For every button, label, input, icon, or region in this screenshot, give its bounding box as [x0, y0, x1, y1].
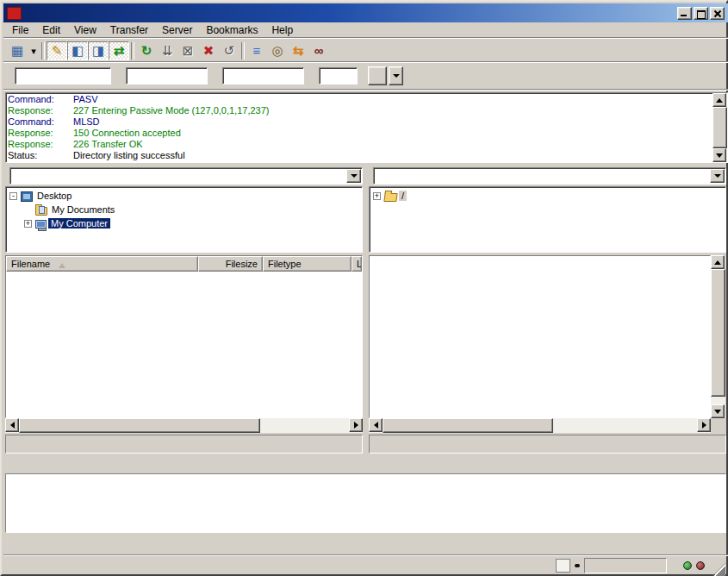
find-files-button[interactable]: [308, 41, 329, 60]
tree-expander-icon[interactable]: -: [9, 192, 17, 200]
disconnect-button[interactable]: [198, 41, 219, 60]
menu-file[interactable]: File: [5, 22, 35, 38]
toolbar-separator[interactable]: [40, 41, 47, 60]
disconnect-icon: [203, 44, 215, 57]
scrollbar-track[interactable]: [553, 418, 697, 433]
menu-view[interactable]: View: [67, 22, 103, 38]
tree-item-my-computer[interactable]: + My Computer: [6, 216, 362, 230]
data-type-indicator-icon[interactable]: [556, 559, 570, 573]
filter-button[interactable]: [246, 41, 267, 60]
column-header[interactable]: Filetype: [263, 256, 352, 272]
menu-server[interactable]: Server: [155, 22, 199, 38]
scroll-right-icon[interactable]: [349, 418, 363, 432]
toggle-local-tree-button[interactable]: [67, 41, 88, 60]
log-entry: Command:MLSD: [8, 116, 711, 128]
menu-bookmarks[interactable]: Bookmarks: [199, 22, 264, 38]
quickconnect-button[interactable]: [368, 66, 387, 85]
process-queue-icon: [162, 44, 173, 57]
close-button[interactable]: [710, 7, 725, 20]
tree-item-label: /: [399, 191, 407, 201]
local-list-hscrollbar[interactable]: [5, 418, 363, 433]
menu-transfer[interactable]: Transfer: [103, 22, 155, 38]
remote-list-scrollbar[interactable]: [711, 255, 725, 418]
tree-item-my-documents[interactable]: My Documents: [6, 203, 362, 216]
documents-folder-icon: [35, 207, 47, 216]
scrollbar-thumb[interactable]: [711, 269, 725, 397]
local-tree-icon: [72, 44, 84, 57]
scroll-up-icon[interactable]: [711, 255, 725, 269]
toggle-message-log-button[interactable]: [47, 41, 67, 60]
scrollbar-track[interactable]: [260, 418, 349, 433]
minimize-button[interactable]: [677, 7, 692, 20]
scroll-down-icon[interactable]: [712, 148, 726, 162]
reconnect-button[interactable]: [219, 41, 240, 60]
scroll-left-icon[interactable]: [5, 418, 19, 432]
scrollbar-thumb[interactable]: [19, 418, 260, 433]
compare-icon: [271, 44, 283, 57]
menu-help[interactable]: Help: [264, 22, 300, 38]
column-header[interactable]: Filename: [6, 256, 198, 272]
local-file-list: FilenameFilesizeFiletypeL: [5, 255, 363, 418]
username-input[interactable]: [126, 67, 208, 85]
chevron-down-icon: [714, 174, 721, 181]
scrollbar-track[interactable]: [711, 397, 725, 404]
log-entry: Response:150 Connection accepted: [8, 128, 711, 139]
log-entry: Status:Directory listing successful: [8, 150, 711, 161]
menu-edit[interactable]: Edit: [35, 22, 67, 38]
dropdown-arrow-icon: [31, 43, 36, 58]
cancel-icon: [183, 44, 194, 57]
toolbar: [3, 40, 728, 61]
queue-status-panel: [584, 558, 667, 573]
transfer-queue-body: [5, 473, 726, 533]
remote-site-row: [369, 167, 726, 185]
site-manager-button[interactable]: [7, 41, 28, 60]
scrollbar-thumb[interactable]: [712, 107, 727, 148]
transfer-queue-icon: [114, 44, 125, 57]
scroll-right-icon[interactable]: [697, 418, 711, 432]
log-scrollbar[interactable]: [712, 93, 727, 162]
scrollbar-thumb[interactable]: [383, 418, 553, 433]
password-input[interactable]: [222, 67, 304, 85]
toggle-remote-tree-button[interactable]: [88, 41, 109, 60]
host-input[interactable]: [15, 67, 111, 85]
tree-item-label: My Computer: [48, 218, 110, 229]
remote-list-hscrollbar[interactable]: [369, 418, 711, 433]
scroll-up-icon[interactable]: [712, 93, 726, 107]
process-queue-button[interactable]: [157, 41, 177, 60]
local-site-combobox[interactable]: [9, 167, 363, 185]
site-manager-dropdown-button[interactable]: [28, 41, 40, 60]
filezilla-window: FileEditViewTransferServerBookmarksHelp …: [0, 0, 728, 576]
desktop-icon: [21, 191, 33, 202]
scroll-down-icon[interactable]: [711, 404, 725, 418]
combo-dropdown-button[interactable]: [710, 169, 725, 183]
refresh-button[interactable]: [136, 41, 157, 60]
quickconnect-bar: [3, 63, 728, 89]
title-bar[interactable]: [3, 3, 728, 22]
port-input[interactable]: [319, 67, 358, 85]
tree-expander-icon[interactable]: +: [24, 220, 32, 228]
toolbar-separator[interactable]: [240, 41, 246, 60]
combo-dropdown-button[interactable]: [346, 169, 361, 183]
tree-item-root[interactable]: + /: [370, 189, 725, 203]
tree-item-label: My Documents: [49, 204, 117, 215]
synchronized-browsing-button[interactable]: [288, 41, 308, 60]
log-entry: Command:PASV: [8, 94, 711, 105]
toggle-transfer-queue-button[interactable]: [109, 41, 129, 60]
column-header[interactable]: Filesize: [198, 256, 263, 272]
chevron-down-icon: [393, 74, 400, 81]
toolbar-separator[interactable]: [129, 41, 136, 60]
maximize-button[interactable]: [694, 7, 708, 20]
remote-site-combobox[interactable]: [373, 167, 726, 185]
resize-grip[interactable]: [712, 563, 725, 576]
cancel-operation-button[interactable]: [177, 41, 198, 60]
queue-tabs: [5, 534, 726, 554]
scroll-left-icon[interactable]: [369, 418, 383, 432]
speed-limit-badge-icon[interactable]: [575, 564, 580, 567]
tree-expander-icon[interactable]: +: [373, 192, 381, 200]
divider: [3, 37, 728, 39]
directory-comparison-button[interactable]: [267, 41, 288, 60]
quickconnect-dropdown-button[interactable]: [389, 66, 403, 85]
column-header[interactable]: L: [352, 256, 362, 272]
tree-item-desktop[interactable]: - Desktop: [6, 189, 362, 203]
remote-status-text: [369, 435, 726, 454]
